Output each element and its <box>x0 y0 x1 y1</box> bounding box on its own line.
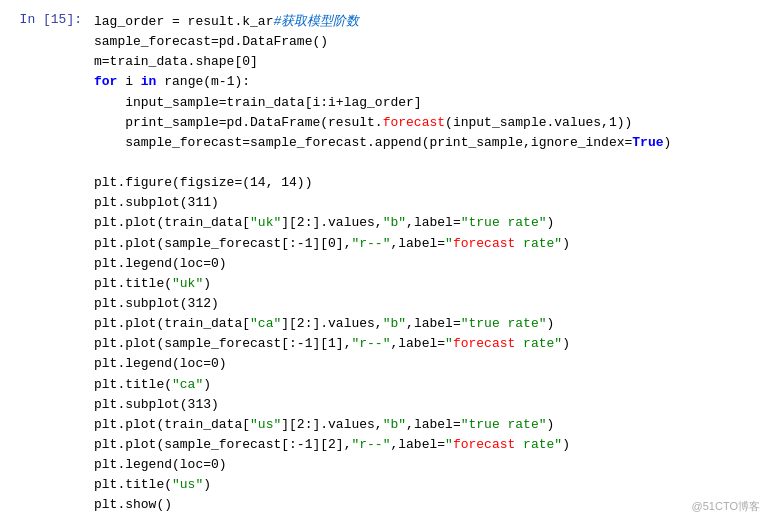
code-line-4: for i in range(m-1): <box>94 72 760 92</box>
notebook-cell: In [15]: lag_order = result.k_ar#获取模型阶数 … <box>0 0 768 522</box>
code-line-6: print_sample=pd.DataFrame(result.forecas… <box>94 113 760 133</box>
code-line-10: plt.plot(train_data["uk"][2:].values,"b"… <box>94 213 760 233</box>
code-line-8: plt.figure(figsize=(14, 14)) <box>94 173 760 193</box>
code-line-12: plt.legend(loc=0) <box>94 254 760 274</box>
code-line-20: plt.plot(train_data["us"][2:].values,"b"… <box>94 415 760 435</box>
code-line-3: m=train_data.shape[0] <box>94 52 760 72</box>
code-line-15: plt.plot(train_data["ca"][2:].values,"b"… <box>94 314 760 334</box>
cell-content: lag_order = result.k_ar#获取模型阶数 sample_fo… <box>90 8 768 514</box>
code-line-11: plt.plot(sample_forecast[:-1][0],"r--",l… <box>94 234 760 254</box>
code-line-2: sample_forecast=pd.DataFrame() <box>94 32 760 52</box>
code-line-1: lag_order = result.k_ar#获取模型阶数 <box>94 12 760 32</box>
prompt-text: In [15]: <box>20 12 82 27</box>
code-line-21: plt.plot(sample_forecast[:-1][2],"r--",l… <box>94 435 760 455</box>
code-line-22: plt.legend(loc=0) <box>94 455 760 475</box>
code-line-18: plt.title("ca") <box>94 375 760 395</box>
code-line-23: plt.title("us") <box>94 475 760 495</box>
code-line-16: plt.plot(sample_forecast[:-1][1],"r--",l… <box>94 334 760 354</box>
code-line-9: plt.subplot(311) <box>94 193 760 213</box>
watermark: @51CTO博客 <box>692 499 760 514</box>
code-line-5: input_sample=train_data[i:i+lag_order] <box>94 93 760 113</box>
code-line-7: sample_forecast=sample_forecast.append(p… <box>94 133 760 153</box>
code-line-13: plt.title("uk") <box>94 274 760 294</box>
code-line-blank1 <box>94 153 760 173</box>
cell-prompt: In [15]: <box>0 8 90 514</box>
code-line-17: plt.legend(loc=0) <box>94 354 760 374</box>
code-line-14: plt.subplot(312) <box>94 294 760 314</box>
code-line-19: plt.subplot(313) <box>94 395 760 415</box>
code-line-24: plt.show() <box>94 495 760 515</box>
